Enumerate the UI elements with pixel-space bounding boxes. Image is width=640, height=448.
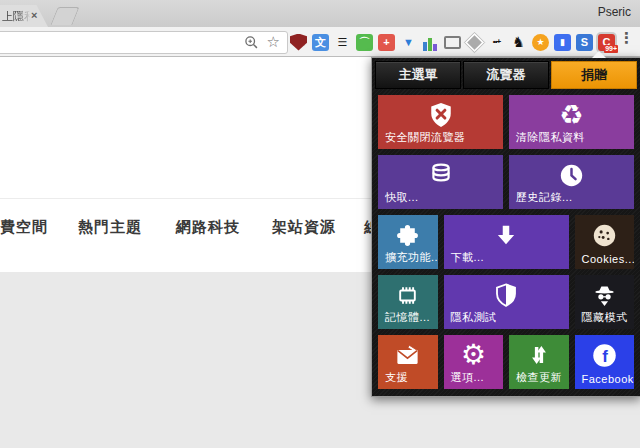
arrow-down-icon [444, 217, 569, 253]
tile-check-update[interactable]: 檢查更新 [509, 335, 569, 389]
translate-icon[interactable]: 文 [312, 34, 329, 51]
tile-label: 歷史記錄... [516, 190, 573, 205]
tab-strip: 上隱私 × Pseric [0, 0, 640, 27]
tile-memory[interactable]: 記憶體... [378, 275, 438, 329]
tile-label: 隱私測試 [451, 310, 497, 325]
tile-label: 選項... [451, 370, 485, 385]
tile-facebook[interactable]: fFacebook [575, 335, 635, 389]
facebook-icon: f [575, 337, 635, 373]
tile-label: 記憶體... [385, 310, 430, 325]
stylish-icon[interactable]: S [576, 34, 593, 51]
browser-toolbar: ☆ 6文☰⌒+▼••+♞★▮SC99+ ⋮ [0, 27, 640, 57]
new-tab-button[interactable] [50, 7, 79, 25]
tile-label: 擴充功能... [385, 250, 438, 265]
tab-title: 上隱私 [2, 9, 32, 24]
refresh-icon [509, 337, 569, 373]
screen-capture-icon[interactable] [444, 36, 461, 49]
clock-icon [509, 157, 634, 193]
spy-icon [575, 277, 635, 313]
cat-icon[interactable]: ♞ [510, 34, 527, 51]
shield-icon [444, 277, 569, 313]
tile-label: 快取... [385, 190, 419, 205]
tile-clear-private-data[interactable]: ♻清除隱私資料 [509, 95, 634, 149]
zoom-in-icon[interactable] [244, 35, 259, 54]
bookmark-icon[interactable]: ▮ [554, 34, 571, 51]
extension-popup: 主選單流覽器捐贈 安全關閉流覽器♻清除隱私資料快取...歷史記錄...擴充功能.… [371, 57, 640, 397]
recycle-icon: ♻ [509, 97, 634, 133]
tile-label: 下載... [451, 250, 485, 265]
bar-chart-icon[interactable] [422, 34, 439, 51]
tile-label: 清除隱私資料 [516, 130, 585, 145]
bookmark-star-icon[interactable]: ☆ [267, 33, 280, 51]
tile-label: 檢查更新 [516, 370, 562, 385]
tile-label: 支援 [385, 370, 408, 385]
svg-text:f: f [602, 347, 608, 366]
tile-label: Cookies... [582, 253, 635, 265]
puzzle-icon [378, 217, 438, 253]
feedly-icon[interactable]: ⌒ [356, 34, 373, 51]
tile-cache[interactable]: 快取... [378, 155, 503, 209]
popup-arrow [592, 51, 606, 58]
nav-item[interactable]: 費空間 [0, 218, 48, 237]
adblock-shield-icon[interactable]: 6 [290, 34, 307, 51]
database-icon [378, 157, 503, 193]
tile-label: Facebook [582, 373, 634, 385]
tile-downloads[interactable]: 下載... [444, 215, 569, 269]
address-bar[interactable]: ☆ [0, 31, 288, 54]
popup-tab-流覽器[interactable]: 流覽器 [463, 61, 549, 89]
diamond-icon[interactable] [465, 32, 484, 51]
popup-tile-grid: 安全關閉流覽器♻清除隱私資料快取...歷史記錄...擴充功能...下載...Co… [378, 95, 634, 389]
tile-privacy-test[interactable]: 隱私測試 [444, 275, 569, 329]
tile-close-browser[interactable]: 安全關閉流覽器 [378, 95, 503, 149]
tile-extensions[interactable]: 擴充功能... [378, 215, 438, 269]
nav-item[interactable]: 網路科技 [176, 218, 240, 237]
tab-close-icon[interactable]: × [31, 9, 37, 21]
nav-item[interactable]: 架站資源 [272, 218, 336, 237]
star-badge-icon[interactable]: ★ [532, 34, 549, 51]
plus-icon[interactable]: + [378, 34, 395, 51]
clickclean-icon[interactable]: C99+ [598, 34, 615, 51]
extension-icon-row: 6文☰⌒+▼••+♞★▮SC99+ [290, 31, 614, 53]
tile-label: 安全關閉流覽器 [385, 130, 466, 145]
tile-cookies[interactable]: Cookies... [575, 215, 635, 269]
profile-name[interactable]: Pseric [598, 5, 631, 19]
layers-icon[interactable]: ☰ [334, 34, 351, 51]
popup-tab-主選單[interactable]: 主選單 [375, 61, 461, 89]
gear-icon: ⚙ [444, 337, 504, 373]
chip-icon [378, 277, 438, 313]
tile-options[interactable]: ⚙選項... [444, 335, 504, 389]
cookie-icon [575, 217, 635, 253]
mail-icon [378, 337, 438, 373]
tile-label: 隱藏模式 [582, 310, 628, 325]
nav-item[interactable]: 熱門主題 [78, 218, 142, 237]
popup-tab-捐贈[interactable]: 捐贈 [551, 61, 637, 89]
browser-tab[interactable]: 上隱私 [0, 5, 48, 27]
tile-history[interactable]: 歷史記錄... [509, 155, 634, 209]
tile-incognito[interactable]: 隱藏模式 [575, 275, 635, 329]
chrome-menu-icon[interactable]: ⋮ [619, 29, 634, 47]
browser-window: 上隱私 × Pseric ☆ 6文☰⌒+▼••+♞★▮SC99+ ⋮ 費空間熱門… [0, 0, 640, 448]
dots-plus-icon[interactable]: ••+ [488, 34, 505, 51]
funnel-icon[interactable]: ▼ [400, 34, 417, 51]
popup-tab-bar: 主選單流覽器捐贈 [375, 61, 637, 89]
tile-support[interactable]: 支援 [378, 335, 438, 389]
shield-x-icon [378, 97, 503, 133]
